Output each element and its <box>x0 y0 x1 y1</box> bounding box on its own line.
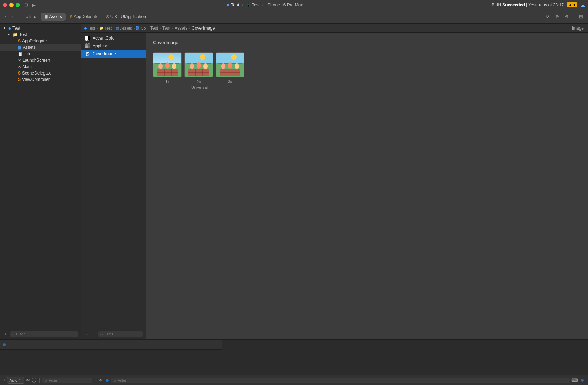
warning-badge[interactable]: ▲ 1 <box>567 2 577 7</box>
image-slot-1x: 1x <box>153 52 182 84</box>
nav-label-view-controller: ViewController <box>22 77 50 82</box>
app-delegate-icon: S <box>70 15 72 19</box>
blue-dot-left <box>3 343 6 346</box>
image-1x-svg <box>153 53 181 77</box>
asset-item-accent-color[interactable]: AccentColor <box>81 34 146 42</box>
bottom-add-button[interactable]: + <box>3 378 6 383</box>
tab-app-delegate-label: AppDelegate <box>74 14 98 19</box>
breadcrumb-test1[interactable]: ◆ Test <box>84 26 95 30</box>
tab-info[interactable]: ℹ Info <box>23 13 40 21</box>
jump-bar-button[interactable]: ↺ <box>543 13 552 20</box>
cover-image-icon-wrap: 🖼 <box>85 51 90 57</box>
bottom-filter-input-1[interactable] <box>48 378 90 383</box>
breadcrumb-test2[interactable]: 📁 Test <box>99 26 112 30</box>
nav-item-launch-screen[interactable]: ✕ LaunchScreen <box>0 57 81 63</box>
bottom-filter-icon1: ⌕ <box>45 378 47 383</box>
app-icon-swatch-wrap <box>85 43 90 49</box>
storyboard-icon-main: ✕ <box>18 65 21 69</box>
asset-heading: CoverImage <box>153 40 581 45</box>
editor-breadcrumb-left: Test › Test › Assets › CoverImage <box>150 26 215 31</box>
blue-dot-right <box>106 379 109 382</box>
tab-assets[interactable]: ▦ Assets <box>41 13 66 21</box>
chevron-test-root: ▼ <box>3 26 6 30</box>
remove-asset-button[interactable]: − <box>91 330 97 338</box>
nav-item-scene-delegate[interactable]: S SceneDelegate <box>0 70 81 76</box>
tab-uikit[interactable]: S UIKit.UIApplication <box>103 13 149 21</box>
breadcrumb-assets[interactable]: ▦ Assets <box>116 26 132 30</box>
toolbar-right: ↺ ⊕ ⊖ ⊟ <box>543 13 585 20</box>
nav-label-assets: Assets <box>23 45 36 50</box>
image-slot-box-3x[interactable] <box>216 52 244 77</box>
svg-point-6 <box>172 63 176 69</box>
toolbar: ‹ › ℹ Info ▦ Assets S AppDelegate S UIKi… <box>0 10 588 24</box>
device-label: iPhone 16 Pro Max <box>266 2 303 7</box>
editor-bc-arrow1: › <box>160 26 161 31</box>
nav-item-app-delegate[interactable]: S AppDelegate <box>0 38 81 44</box>
zoom-in-button[interactable]: ⊕ <box>553 13 561 20</box>
nav-item-view-controller[interactable]: S ViewController <box>0 76 81 83</box>
asset-list: AccentColor AppIcon 🖼 CoverImage <box>81 33 146 328</box>
tab-info-label: Info <box>29 14 36 19</box>
bottom-filter-input-2[interactable] <box>118 378 568 383</box>
image-slot-box-2x[interactable] <box>184 52 213 77</box>
svg-point-24 <box>231 54 237 60</box>
navigator-panel: ▼ ◆ Test ▼ 📁 Test S AppDelegate ▦ Assets <box>0 24 81 339</box>
auto-selector[interactable]: Auto ⌃ <box>7 377 25 384</box>
svg-point-16 <box>197 62 201 69</box>
nav-item-test-group[interactable]: ▼ 📁 Test <box>0 31 81 38</box>
auto-label: Auto <box>10 378 18 383</box>
toolbar-tabs: ℹ Info ▦ Assets S AppDelegate S UIKit.UI… <box>23 13 542 21</box>
editor-right-label: Image <box>572 26 584 31</box>
nav-item-assets[interactable]: ▦ Assets <box>0 44 81 51</box>
bottom-left-content <box>0 350 222 375</box>
asset-list-panel: ◆ Test › 📁 Test › ▦ Assets › 🖼 CoverImag… <box>81 24 146 339</box>
asset-filter-input[interactable] <box>104 332 141 336</box>
accent-color-icon <box>85 35 90 41</box>
tab-app-delegate[interactable]: S AppDelegate <box>66 13 102 21</box>
nav-back-button[interactable]: ‹ <box>3 13 9 20</box>
breadcrumb-label-test2: Test <box>105 26 112 30</box>
keyboard-button[interactable]: ⌨ <box>571 378 578 383</box>
assets-tab-icon: ▦ <box>44 14 48 19</box>
zoom-out-button[interactable]: ⊖ <box>563 13 571 20</box>
build-result: Succeeded <box>502 2 525 7</box>
breadcrumb-icon-test2: 📁 <box>99 26 104 30</box>
nav-item-test-root[interactable]: ▼ ◆ Test <box>0 25 81 31</box>
nav-label-info: Info <box>24 51 31 56</box>
image-slot-box-1x[interactable] <box>153 52 182 77</box>
eye-button-right[interactable]: 👁 <box>98 378 103 383</box>
breadcrumb-icon-cover: 🖼 <box>136 26 140 30</box>
maximize-button[interactable] <box>16 3 20 7</box>
auto-chevron: ⌃ <box>19 378 22 383</box>
add-file-button[interactable]: + <box>3 330 9 338</box>
nav-label-test-group: Test <box>19 32 27 37</box>
svg-point-4 <box>158 63 163 69</box>
sidebar-toggle-icon[interactable]: ⊟ <box>24 2 28 7</box>
editor-area: Test › Test › Assets › CoverImage Image … <box>146 24 588 339</box>
nav-label-main: Main <box>22 64 32 69</box>
bottom-right-content <box>222 340 588 375</box>
info-button-bottom[interactable]: ⓘ <box>32 377 36 384</box>
bottom-filter-wrap-1: ⌕ <box>42 378 92 383</box>
scheme-label: Test <box>252 2 260 7</box>
nav-item-info[interactable]: 📋 Info <box>0 51 81 57</box>
separator-arrow: › <box>242 3 243 7</box>
play-button[interactable]: ▶ <box>32 2 36 8</box>
nav-forward-button[interactable]: › <box>9 13 15 20</box>
minimize-button[interactable] <box>9 3 14 7</box>
nav-filter-input[interactable] <box>16 332 76 336</box>
breadcrumb-arrow3: › <box>134 26 135 30</box>
editor-bc-cover: CoverImage <box>192 26 215 31</box>
editor-breadcrumb: Test › Test › Assets › CoverImage Image <box>146 24 588 33</box>
eye-button[interactable]: 👁 <box>26 378 30 383</box>
bottom-right-panel <box>222 340 588 375</box>
add-asset-button[interactable]: + <box>84 330 90 338</box>
inspector-toggle[interactable]: ⊟ <box>577 13 585 20</box>
asset-item-app-icon[interactable]: AppIcon <box>81 42 146 50</box>
image-slot-label-1x: 1x <box>165 79 170 84</box>
close-button[interactable] <box>3 3 7 7</box>
image-slot-3x: 3x <box>216 52 244 84</box>
nav-item-main[interactable]: ✕ Main <box>0 63 81 70</box>
asset-item-cover-image[interactable]: 🖼 CoverImage <box>81 50 146 58</box>
info-tab-icon: ℹ <box>26 14 28 19</box>
